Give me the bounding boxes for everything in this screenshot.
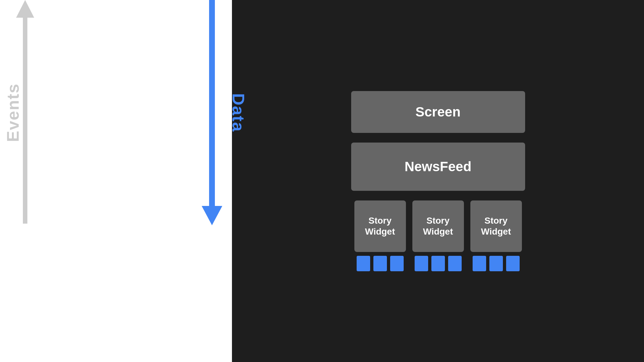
blue-square-1-2 bbox=[373, 256, 387, 271]
events-arrowhead bbox=[16, 0, 34, 18]
story-widgets-row: StoryWidget StoryWidget StoryWidget bbox=[354, 200, 522, 271]
left-panel: Events Data bbox=[0, 0, 232, 362]
blue-square-1-3 bbox=[390, 256, 404, 271]
right-panel: Screen NewsFeed StoryWidget StoryWidget bbox=[232, 0, 644, 362]
story-widget-label-3: StoryWidget bbox=[481, 215, 511, 237]
data-label: Data bbox=[229, 93, 248, 132]
events-arrow-line bbox=[23, 18, 27, 224]
story-widget-group-2: StoryWidget bbox=[412, 200, 464, 271]
blue-squares-2 bbox=[415, 256, 462, 271]
blue-square-3-3 bbox=[506, 256, 520, 271]
blue-square-1-1 bbox=[357, 256, 370, 271]
blue-square-3-2 bbox=[489, 256, 503, 271]
blue-square-2-1 bbox=[415, 256, 428, 271]
story-widget-block-2: StoryWidget bbox=[412, 200, 464, 252]
story-widget-label-2: StoryWidget bbox=[423, 215, 453, 237]
screen-label: Screen bbox=[415, 104, 460, 120]
blue-squares-1 bbox=[357, 256, 404, 271]
events-label: Events bbox=[3, 83, 23, 142]
events-arrow: Events bbox=[16, 0, 34, 225]
data-arrow: Data bbox=[202, 0, 222, 225]
story-widget-block-1: StoryWidget bbox=[354, 200, 406, 252]
newsfeed-block: NewsFeed bbox=[351, 143, 525, 191]
data-arrowhead bbox=[202, 206, 222, 225]
story-widget-group-1: StoryWidget bbox=[354, 200, 406, 271]
story-widget-label-1: StoryWidget bbox=[365, 215, 395, 237]
story-widget-block-3: StoryWidget bbox=[470, 200, 522, 252]
data-arrow-line bbox=[209, 0, 215, 206]
blue-squares-3 bbox=[473, 256, 520, 271]
blue-square-3-1 bbox=[473, 256, 486, 271]
blue-square-2-2 bbox=[431, 256, 445, 271]
screen-block: Screen bbox=[351, 91, 525, 133]
newsfeed-label: NewsFeed bbox=[405, 159, 472, 174]
story-widget-group-3: StoryWidget bbox=[470, 200, 522, 271]
blue-square-2-3 bbox=[448, 256, 462, 271]
